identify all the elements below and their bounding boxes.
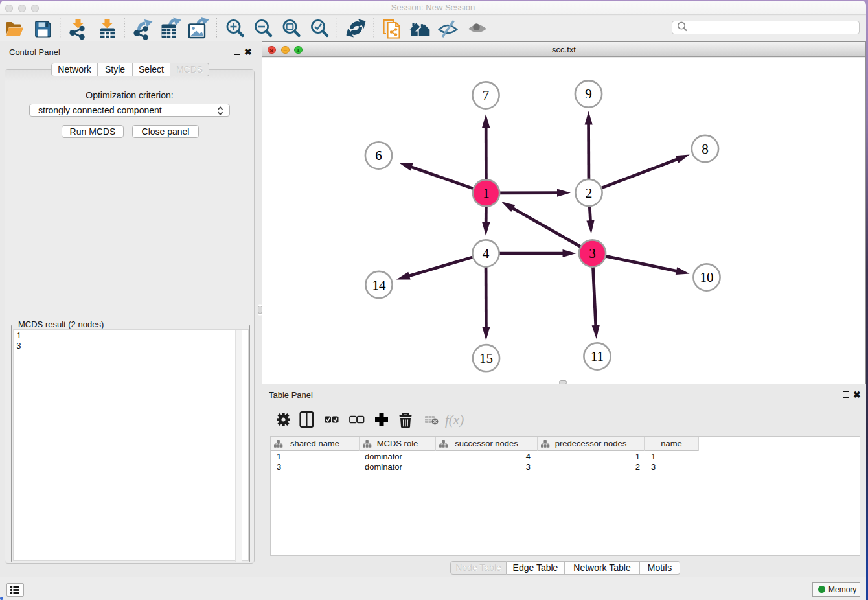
svg-text:9: 9 xyxy=(585,86,592,102)
svg-text:1: 1 xyxy=(483,185,490,201)
svg-text:10: 10 xyxy=(700,270,714,285)
svg-text:4: 4 xyxy=(483,246,490,261)
svg-text:14: 14 xyxy=(372,277,387,293)
svg-text:f(x): f(x) xyxy=(445,412,464,428)
svg-text:2: 2 xyxy=(586,185,593,201)
svg-text:6: 6 xyxy=(375,148,382,163)
svg-text:7: 7 xyxy=(483,87,490,103)
svg-text:15: 15 xyxy=(479,351,493,366)
svg-text:11: 11 xyxy=(591,349,604,364)
svg-text:3: 3 xyxy=(589,246,596,261)
svg-text:8: 8 xyxy=(702,141,709,157)
